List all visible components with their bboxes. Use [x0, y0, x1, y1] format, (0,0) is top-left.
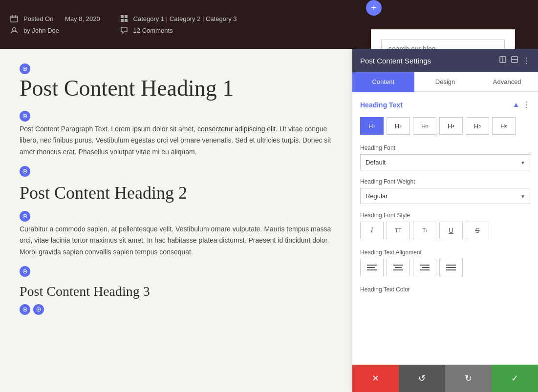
strikethrough-button[interactable]: S [466, 222, 489, 239]
heading3-edit-icon[interactable] [20, 266, 30, 277]
collapse-icon[interactable]: ▲ [513, 101, 519, 109]
capitalize-button[interactable]: Tt [413, 222, 436, 239]
comments-text: 12 Comments [133, 27, 173, 34]
calendar-icon [10, 14, 19, 23]
heading-text-title: Heading Text [360, 101, 403, 109]
panel-header: Post Content Settings ⋮ [352, 49, 538, 72]
heading-text-alignment-label: Heading Text Alignment [360, 249, 530, 256]
paragraph1-edit-icon[interactable] [20, 111, 30, 122]
header-meta-group: Posted On May 8, 2020 by John Doe [10, 14, 100, 35]
uppercase-button[interactable]: TT [387, 222, 410, 239]
italic-button[interactable]: I [360, 222, 384, 239]
panel-icon-2[interactable] [511, 56, 518, 65]
style-buttons: I TT Tt U S [360, 222, 530, 239]
section-collapse-icons: ▲ ⋮ [513, 100, 530, 109]
categories-text: Category 1 | Category 2 | Category 3 [133, 15, 237, 22]
svg-point-4 [13, 28, 16, 31]
align-justify-button[interactable] [439, 259, 463, 276]
post-heading-1: Post Content Heading 1 [20, 76, 333, 101]
author-item: by John Doe [10, 26, 100, 35]
action-bar: ✕ ↺ ↻ ✓ [352, 365, 538, 392]
post-heading-2: Post Content Heading 2 [20, 184, 333, 203]
confirm-icon: ✓ [511, 373, 518, 384]
heading3-sub-edit-icon-2[interactable] [33, 304, 44, 315]
align-center-button[interactable] [387, 259, 410, 276]
svg-rect-0 [11, 16, 18, 22]
heading3-sub-edit-icon-1[interactable] [20, 304, 30, 315]
heading-font-select[interactable]: Default [360, 154, 530, 170]
header-categories-group: Category 1 | Category 2 | Category 3 12 … [120, 14, 237, 35]
tab-design[interactable]: Design [414, 72, 476, 92]
categories-item: Category 1 | Category 2 | Category 3 [120, 14, 237, 23]
main-area: Post Content Heading 1 Post Content Para… [0, 49, 538, 392]
h6-button[interactable]: H6 [492, 117, 516, 135]
posted-on-label: Posted On [23, 15, 53, 22]
panel-icon-1[interactable] [499, 56, 507, 65]
section-more-icon[interactable]: ⋮ [522, 100, 530, 109]
redo-button[interactable]: ↻ [445, 365, 492, 392]
tab-advanced[interactable]: Advanced [476, 72, 538, 92]
heading-text-color-label: Heading Text Color [360, 286, 530, 293]
panel-header-icons: ⋮ [499, 56, 530, 65]
post-date: May 8, 2020 [65, 15, 100, 22]
align-left-button[interactable] [360, 259, 384, 276]
author-label: by John Doe [23, 27, 59, 34]
heading-selector: H1 H2 H3 H4 H5 H6 [360, 117, 530, 135]
settings-panel: Post Content Settings ⋮ [352, 49, 538, 392]
panel-more-icon[interactable]: ⋮ [522, 56, 530, 65]
author-icon [10, 26, 19, 35]
cancel-button[interactable]: ✕ [352, 365, 399, 392]
posted-on-item: Posted On May 8, 2020 [10, 14, 100, 23]
grid-icon [120, 14, 129, 23]
panel-body: Heading Text ▲ ⋮ H1 H2 H3 H4 H5 H6 Headi… [352, 92, 538, 365]
comments-item: 12 Comments [120, 26, 237, 35]
underline-button[interactable]: U [439, 222, 463, 239]
undo-icon: ↺ [418, 373, 426, 384]
paragraph2-edit-icon[interactable] [20, 211, 30, 222]
svg-rect-6 [125, 15, 128, 18]
post-paragraph-1: Post Content Paragraph Text. Lorem ipsum… [20, 124, 333, 158]
h5-button[interactable]: H5 [466, 117, 489, 135]
h2-button[interactable]: H2 [387, 117, 410, 135]
heading-font-weight-wrapper: Regular [360, 188, 530, 204]
cancel-icon: ✕ [372, 373, 379, 384]
heading1-edit-icon[interactable] [20, 63, 30, 74]
post-paragraph-2: Curabitur a commodo sapien, at pellentes… [20, 224, 333, 258]
undo-button[interactable]: ↺ [399, 365, 445, 392]
heading-font-weight-label: Heading Font Weight [360, 178, 530, 185]
tab-content[interactable]: Content [352, 72, 414, 92]
svg-rect-7 [121, 19, 124, 22]
h3-button[interactable]: H3 [413, 117, 436, 135]
comments-icon [120, 26, 129, 35]
h4-button[interactable]: H4 [439, 117, 463, 135]
content-area: Post Content Heading 1 Post Content Para… [0, 49, 352, 392]
align-buttons [360, 259, 530, 276]
heading-text-section-header: Heading Text ▲ ⋮ [360, 100, 530, 109]
heading2-edit-icon[interactable] [20, 166, 30, 177]
post-heading-3: Post Content Heading 3 [20, 284, 333, 299]
panel-tabs: Content Design Advanced [352, 72, 538, 92]
h1-button[interactable]: H1 [360, 117, 384, 135]
confirm-button[interactable]: ✓ [492, 365, 538, 392]
heading-font-weight-select[interactable]: Regular [360, 188, 530, 204]
add-button[interactable]: + [366, 0, 382, 16]
svg-rect-5 [121, 15, 124, 18]
align-right-button[interactable] [413, 259, 436, 276]
heading-font-wrapper: Default [360, 154, 530, 170]
redo-icon: ↻ [465, 373, 472, 384]
svg-rect-8 [125, 19, 128, 22]
heading-font-style-label: Heading Font Style [360, 212, 530, 219]
panel-title: Post Content Settings [360, 57, 431, 65]
paragraph1-link[interactable]: consectetur adipiscing elit [197, 125, 276, 133]
heading-font-label: Heading Font [360, 144, 530, 151]
